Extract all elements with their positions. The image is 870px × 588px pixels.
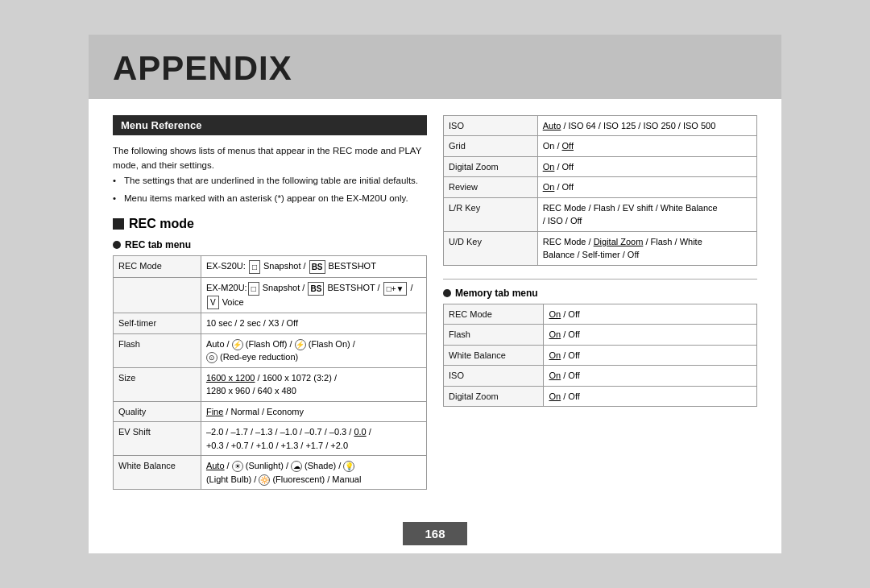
header-bar: APPENDIX — [89, 35, 781, 99]
page-number: 168 — [403, 522, 467, 545]
table-row: ISO On / Off — [444, 366, 757, 387]
bestshot-icon-m20u: BS — [308, 282, 324, 296]
memory-tab-section: Memory tab menu REC Mode On / Off Flash … — [443, 288, 757, 408]
grid-off: Off — [562, 141, 574, 151]
cell-mem-iso-name: ISO — [444, 366, 544, 387]
cell-mem-wb-val: On / Off — [544, 345, 757, 366]
square-icon — [113, 218, 124, 230]
cell-selftimer-val: 10 sec / 2 sec / X3 / Off — [201, 313, 426, 334]
left-column: Menu Reference The following shows lists… — [113, 115, 427, 490]
table-row: ISO Auto / ISO 64 / ISO 125 / ISO 250 / … — [444, 115, 757, 136]
cell-quality-name: Quality — [114, 401, 201, 422]
cell-mem-flash-name: Flash — [444, 325, 544, 346]
table-row: EX-M20U:□ Snapshot / BS BESTSHOT / □+▼ /… — [114, 277, 427, 313]
cell-rec-mode-name: REC Mode — [114, 256, 201, 278]
cell-grid-val: On / Off — [537, 136, 756, 157]
shade-icon: ☁ — [291, 461, 302, 472]
rec-mode-title: REC mode — [113, 217, 427, 231]
bestshot-icon-s20u: BS — [309, 260, 325, 274]
cell-size-name: Size — [114, 367, 201, 401]
table-row: White Balance Auto / ☀ (Sunlight) / ☁ (S… — [114, 456, 427, 490]
cell-lrkey-name: L/R Key — [444, 197, 538, 231]
table-row: Flash On / Off — [444, 325, 757, 346]
cell-mem-dz-name: Digital Zoom — [444, 386, 544, 407]
cell-wb-val: Auto / ☀ (Sunlight) / ☁ (Shade) / 💡(Ligh… — [201, 456, 426, 490]
table-row: Quality Fine / Normal / Economy — [114, 401, 427, 422]
cell-grid-name: Grid — [444, 136, 538, 157]
table-row: White Balance On / Off — [444, 345, 757, 366]
main-content: Menu Reference The following shows lists… — [89, 99, 781, 522]
fluorescent-icon: 🔆 — [259, 474, 270, 486]
bullet-2: Menu items marked with an asterisk (*) a… — [113, 191, 427, 205]
table-row: REC Mode EX-S20U: □ Snapshot / BS BESTSH… — [114, 256, 427, 278]
rec-tab-table: REC Mode EX-S20U: □ Snapshot / BS BESTSH… — [113, 255, 427, 490]
flash-off-icon: ⚡ — [232, 339, 243, 350]
cell-mem-dz-val: On / Off — [544, 386, 757, 407]
cell-wb-name: White Balance — [114, 456, 201, 490]
cell-digitalzoom-name: Digital Zoom — [444, 156, 538, 177]
cell-mem-wb-name: White Balance — [444, 345, 544, 366]
mem-iso-on: On — [549, 371, 561, 380]
review-on: On — [543, 182, 555, 192]
intro-paragraph: The following shows lists of menus that … — [113, 143, 427, 173]
cell-review-val: On / Off — [537, 177, 756, 198]
cell-rec-mode-val1: EX-S20U: □ Snapshot / BS BESTSHOT — [201, 256, 426, 278]
cell-evshift-val: –2.0 / –1.7 / –1.3 / –1.0 / –0.7 / –0.3 … — [201, 422, 426, 456]
multi-icon: □+▼ — [383, 282, 408, 296]
page-title: APPENDIX — [113, 49, 757, 88]
mem-recmode-on: On — [549, 309, 561, 319]
table-row: U/D Key REC Mode / Digital Zoom / Flash … — [444, 231, 757, 265]
cell-evshift-name: EV Shift — [114, 422, 201, 456]
voice-icon: V — [207, 296, 219, 309]
dot-icon-rec-tab — [113, 241, 121, 249]
cell-mem-flash-val: On / Off — [544, 325, 757, 346]
flash-on-icon: ⚡ — [295, 339, 306, 350]
snapshot-icon-s20u: □ — [249, 260, 260, 274]
cell-mem-iso-val: On / Off — [544, 366, 757, 387]
size-default: 1600 x 1200 — [206, 373, 255, 383]
cell-mem-recmode-val: On / Off — [544, 304, 757, 325]
mem-dz-on: On — [549, 391, 561, 401]
cell-mem-recmode-name: REC Mode — [444, 304, 544, 325]
table-row: L/R Key REC Mode / Flash / EV shift / Wh… — [444, 197, 757, 231]
cell-iso-val: Auto / ISO 64 / ISO 125 / ISO 250 / ISO … — [537, 115, 756, 136]
cell-udkey-name: U/D Key — [444, 231, 538, 265]
table-row: REC Mode On / Off — [444, 304, 757, 325]
intro-text: The following shows lists of menus that … — [113, 143, 427, 206]
table-row: Digital Zoom On / Off — [444, 156, 757, 177]
quality-default: Fine — [206, 407, 223, 416]
cell-rec-mode-val2: EX-M20U:□ Snapshot / BS BESTSHOT / □+▼ /… — [201, 277, 426, 313]
cell-lrkey-val: REC Mode / Flash / EV shift / White Bala… — [537, 197, 756, 231]
cell-flash-val: Auto / ⚡ (Flash Off) / ⚡ (Flash On) /⊙ (… — [201, 333, 426, 367]
cell-flash-name: Flash — [114, 333, 201, 367]
divider — [443, 279, 757, 280]
cell-review-name: Review — [444, 177, 538, 198]
redeye-icon: ⊙ — [206, 352, 218, 363]
cell-quality-val: Fine / Normal / Economy — [201, 401, 426, 422]
right-top-table: ISO Auto / ISO 64 / ISO 125 / ISO 250 / … — [443, 115, 757, 266]
rec-tab-menu-title: REC tab menu — [113, 239, 427, 251]
table-row: Self-timer 10 sec / 2 sec / X3 / Off — [114, 313, 427, 334]
cell-selftimer-name: Self-timer — [114, 313, 201, 334]
dz-on: On — [543, 162, 555, 172]
bullet-1: The settings that are underlined in the … — [113, 173, 427, 188]
right-column: ISO Auto / ISO 64 / ISO 125 / ISO 250 / … — [443, 115, 757, 490]
mem-wb-off: On — [549, 350, 561, 360]
memory-tab-label: Memory tab menu — [455, 288, 538, 299]
cell-iso-name: ISO — [444, 115, 538, 136]
table-row: EV Shift –2.0 / –1.7 / –1.3 / –1.0 / –0.… — [114, 422, 427, 456]
memory-tab-title: Memory tab menu — [443, 288, 757, 299]
rec-mode-label: REC mode — [129, 217, 194, 231]
udkey-dz: Digital Zoom — [594, 237, 644, 246]
table-row: Size 1600 x 1200 / 1600 x 1072 (3:2) /12… — [114, 367, 427, 401]
dot-icon-memory — [443, 289, 451, 297]
table-row: Digital Zoom On / Off — [444, 386, 757, 407]
cell-size-val: 1600 x 1200 / 1600 x 1072 (3:2) /1280 x … — [201, 367, 426, 401]
table-row: Flash Auto / ⚡ (Flash Off) / ⚡ (Flash On… — [114, 333, 427, 367]
iso-auto: Auto — [543, 121, 561, 130]
cell-rec-mode-name2 — [114, 277, 201, 313]
menu-reference-header: Menu Reference — [113, 115, 427, 135]
cell-udkey-val: REC Mode / Digital Zoom / Flash / WhiteB… — [537, 231, 756, 265]
cell-digitalzoom-val: On / Off — [537, 156, 756, 177]
table-row: Review On / Off — [444, 177, 757, 198]
